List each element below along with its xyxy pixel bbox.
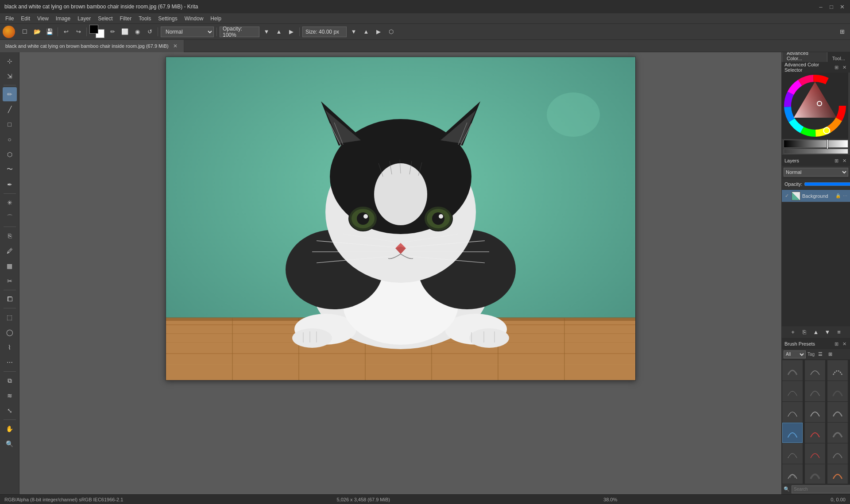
foreground-color-swatch[interactable] [89,25,98,34]
menu-item-tools[interactable]: Tools [135,15,155,23]
tool-calligraphy[interactable]: ✒ [3,177,17,192]
open-button[interactable]: 📂 [32,27,42,37]
undo-button[interactable]: ↩ [61,27,71,37]
color-value-slider[interactable] [827,139,828,149]
tool-gradient[interactable]: ▦ [3,259,17,273]
tool-zoom[interactable]: 🔍 [3,437,17,451]
maximize-button[interactable]: □ [828,3,835,10]
tool-freehand-path[interactable]: 〜 [3,162,17,177]
tool-clone[interactable]: ⎘ [3,229,17,243]
tool-brush[interactable]: ✏ [3,87,17,101]
menu-item-settings[interactable]: Settings [155,15,181,23]
brush-item[interactable] [827,381,848,401]
tool-select-ellipse[interactable]: ◯ [3,325,17,339]
layer-more-button[interactable]: ⋯ [842,193,848,199]
tool-rect[interactable]: □ [3,117,17,131]
layers-panel-detach-button[interactable]: ⊞ [833,158,839,164]
redo-button[interactable]: ↪ [73,27,84,37]
brush-item[interactable] [782,443,803,464]
canvas-scroll-area[interactable] [19,52,781,494]
menu-item-file[interactable]: File [2,15,17,23]
layers-blend-mode-select[interactable]: Normal Multiply Screen [784,168,848,177]
brush-item[interactable] [805,423,825,443]
tool-select-rect[interactable]: ⬚ [3,310,17,324]
layers-move-down-button[interactable]: ▼ [823,327,832,337]
brush-mode-button[interactable]: ✏ [107,27,118,37]
tool-colorpicker[interactable]: 🖉 [3,244,17,258]
brush-filter-select[interactable]: All Ink Paint [784,350,806,358]
size-arrow-button[interactable]: ▶ [373,27,384,37]
layers-opacity-slider[interactable] [804,181,850,187]
brush-item-active[interactable] [782,423,803,443]
brush-item[interactable] [827,360,848,381]
size-down-button[interactable]: ▼ [348,27,359,37]
tool-smudge[interactable]: ⌒ [3,211,17,225]
canvas-container[interactable] [19,52,781,494]
reset-colors-button[interactable]: ↺ [144,27,155,37]
menu-item-filter[interactable]: Filter [116,15,135,23]
menu-item-layer[interactable]: Layer [74,15,94,23]
color-wheel-svg[interactable] [784,75,846,137]
tool-select-polygon[interactable]: ⌇ [3,340,17,354]
brush-item[interactable] [827,464,848,484]
color-panel-detach-button[interactable]: ⊞ [833,64,839,70]
brush-list-view-button[interactable]: ☰ [816,350,824,358]
brush-item[interactable] [782,381,803,401]
opacity-arrow-button[interactable]: ▶ [286,27,297,37]
brush-grid-view-button[interactable]: ⊞ [826,350,834,358]
brush-item[interactable] [827,443,848,464]
eraser-mode-button[interactable]: ⬜ [120,27,130,37]
tool-line[interactable]: ╱ [3,102,17,116]
document-canvas[interactable] [166,57,635,380]
mirror-button[interactable]: ⬡ [386,27,396,37]
tab-tool[interactable]: Tool... [827,54,850,62]
brush-item[interactable] [827,423,848,443]
fg-bg-swatch[interactable] [89,25,105,39]
brush-item[interactable] [782,402,803,422]
color-value-bar[interactable] [784,140,848,148]
new-button[interactable]: ☐ [19,27,30,37]
tool-similar-color-select[interactable]: ≋ [3,389,17,403]
color-hex-bar[interactable] [784,149,848,154]
doc-tab-close-button[interactable]: ✕ [172,43,178,49]
brush-item[interactable] [805,360,825,381]
tool-select-freehand[interactable]: ⋯ [3,355,17,369]
brush-item[interactable] [805,402,825,422]
layers-panel-close-button[interactable]: ✕ [841,158,847,164]
tool-smart-patch[interactable]: ✂ [3,274,17,288]
layers-move-up-button[interactable]: ▲ [811,327,821,337]
brush-item[interactable] [805,381,825,401]
menu-item-view[interactable]: View [34,15,52,23]
menu-item-edit[interactable]: Edit [17,15,34,23]
menu-item-image[interactable]: Image [52,15,74,23]
layer-visibility-toggle[interactable]: ✓ [784,193,790,199]
opacity-down-button[interactable]: ▼ [261,27,272,37]
minimize-button[interactable]: – [817,3,824,10]
layers-add-button[interactable]: + [788,327,798,337]
blend-mode-select[interactable]: Normal Multiply Screen Overlay [161,27,214,37]
brush-item[interactable] [805,443,825,464]
menu-item-select[interactable]: Select [94,15,116,23]
layer-lock-button[interactable]: 🔒 [835,193,841,199]
fill-mode-button[interactable]: ◉ [132,27,143,37]
tool-freehand-transform[interactable]: ⇲ [3,69,17,83]
color-wheel-container[interactable] [782,73,848,139]
size-up-button[interactable]: ▲ [361,27,371,37]
color-panel-close-button[interactable]: ✕ [841,64,847,70]
brush-item[interactable] [827,402,848,422]
tool-ellipse[interactable]: ○ [3,132,17,146]
tool-polygon[interactable]: ⬡ [3,147,17,162]
brush-item[interactable] [782,360,803,381]
brush-search-input[interactable] [792,485,850,493]
brush-item[interactable] [782,464,803,484]
tool-magnetic-select[interactable]: ⤡ [3,404,17,418]
layers-more-options-button[interactable]: ≡ [834,327,844,337]
tab-advanced-color[interactable]: Advanced Color... [782,52,827,62]
save-button[interactable]: 💾 [44,27,55,37]
brush-panel-close-button[interactable]: ✕ [841,341,847,347]
tool-contiguous-select[interactable]: ⧉ [3,373,17,388]
menu-item-help[interactable]: Help [207,15,225,23]
close-button[interactable]: ✕ [838,3,846,10]
panel-toggle-button[interactable]: ⊞ [837,27,847,37]
tool-crop[interactable]: ⧠ [3,292,17,306]
